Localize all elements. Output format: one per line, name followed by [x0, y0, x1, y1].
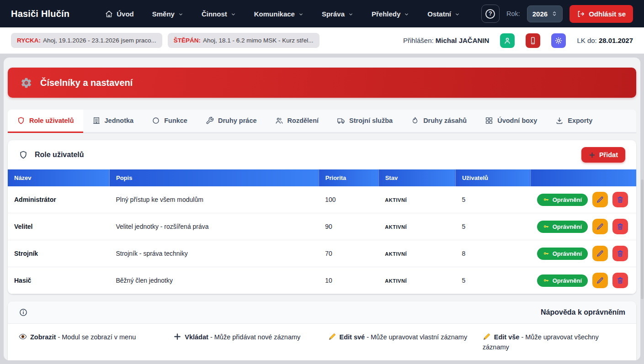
edit-role-button[interactable] [592, 219, 608, 234]
nav-item-ostatni[interactable]: Ostatní [427, 10, 460, 18]
nav-item-prehledy[interactable]: Přehledy [372, 10, 409, 18]
delete-role-button[interactable] [612, 219, 628, 234]
permissions-button[interactable]: Oprávnění [537, 248, 588, 260]
message-author: ŠTĚPÁN: [174, 37, 201, 44]
nav-item-smeny[interactable]: Směny [152, 10, 183, 18]
key-icon [543, 277, 549, 284]
message-text: Ahoj, 19.1.2026 - 23.1.2026 jsem praco..… [43, 37, 156, 44]
edit-role-button[interactable] [592, 273, 608, 288]
download-icon [555, 116, 564, 125]
table-row: Strojník Strojník - správa techniky 70 A… [8, 240, 636, 267]
nav-item-cinnost[interactable]: Činnost [202, 10, 236, 18]
nav-label: Přehledy [372, 10, 400, 18]
roles-table: Název Popis Priorita Stav Uživatelů Admi… [8, 169, 636, 294]
shield-icon [17, 116, 25, 125]
year-select[interactable]: 2026 [527, 5, 563, 22]
edit-role-button[interactable] [592, 192, 608, 207]
help-term: Zobrazit [30, 333, 56, 341]
tab-strojni-sluzba[interactable]: Strojní služba [328, 110, 402, 133]
pencil-icon [596, 249, 604, 258]
role-user-count: 5 [455, 213, 530, 240]
help-button[interactable]: ? [481, 5, 500, 23]
status-badge: AKTIVNÍ [385, 197, 407, 203]
table-row: Velitel Velitel jednotky - rozšířená prá… [8, 213, 636, 240]
user-name: Michal JAČANIN [436, 37, 490, 44]
help-desc: - Může upravovat vlastní záznamy [367, 333, 467, 341]
table-row: Administrátor Plný přístup ke všem modul… [8, 186, 636, 213]
row-actions: Oprávnění [537, 246, 628, 261]
logout-label: Odhlásit se [589, 10, 626, 18]
logged-in-label: Přihlášen: [403, 37, 434, 44]
pencil-icon [483, 332, 491, 341]
message-pill[interactable]: RYCKA: Ahoj, 19.1.2026 - 23.1.2026 jsem … [11, 33, 162, 48]
permissions-button[interactable]: Oprávnění [537, 194, 588, 206]
nav-item-sprava[interactable]: Správa [322, 10, 353, 18]
tab-label: Exporty [568, 117, 592, 124]
status-badge: AKTIVNÍ [385, 278, 407, 284]
tab-role-uzivatelu[interactable]: Role uživatelů [8, 110, 83, 133]
role-description: Velitel jednotky - rozšířená práva [109, 213, 319, 240]
row-actions: Oprávnění [537, 273, 628, 288]
permissions-label: Oprávnění [553, 196, 582, 203]
nav-item-komunikace[interactable]: Komunikace [254, 10, 303, 18]
permissions-label: Oprávnění [553, 223, 582, 230]
roles-card-title: Role uživatelů [35, 151, 84, 159]
role-user-count: 8 [455, 240, 530, 267]
logout-icon [577, 10, 585, 18]
year-label: Rok: [506, 10, 520, 17]
role-name: Strojník [8, 240, 109, 267]
role-priority: 10 [319, 267, 378, 294]
license-label: LK do: [577, 37, 596, 44]
help-item-zobrazit: Zobrazit - Modul se zobrazí v menu [19, 332, 161, 353]
tab-label: Strojní služba [349, 117, 393, 124]
tab-exporty[interactable]: Exporty [546, 110, 601, 133]
help-term: Edit vše [494, 333, 520, 341]
pencil-icon [596, 222, 604, 231]
delete-role-button[interactable] [612, 246, 628, 261]
add-role-button[interactable]: Přidat [581, 147, 625, 163]
edit-role-button[interactable] [592, 246, 608, 261]
nav-label: Komunikace [254, 10, 295, 18]
chevron-down-icon [348, 12, 353, 17]
tab-label: Druhy zásahů [423, 117, 467, 124]
role-name: Hasič [8, 267, 109, 294]
logout-button[interactable]: Odhlásit se [569, 5, 633, 23]
truck-icon [337, 116, 345, 125]
role-user-count: 5 [455, 267, 530, 294]
message-pill[interactable]: ŠTĚPÁN: Ahoj, 18.1 - 6.2 mimo MSK - Kurz… [168, 33, 319, 48]
tab-jednotka[interactable]: Jednotka [83, 110, 143, 133]
permissions-button[interactable]: Oprávnění [537, 221, 588, 233]
roles-card: Role uživatelů Přidat Název Popis Priori… [8, 140, 636, 294]
delete-role-button[interactable] [612, 273, 628, 288]
role-description: Plný přístup ke všem modulům [109, 186, 319, 213]
mobile-button[interactable] [526, 33, 540, 48]
app-brand: Hasiči Hlučín [11, 9, 69, 19]
help-card-header: Nápověda k oprávněním [8, 301, 636, 324]
table-row: Hasič Běžný člen jednotky 10 AKTIVNÍ 5 O… [8, 267, 636, 294]
nav-label: Úvod [117, 10, 134, 18]
users-icon [275, 116, 283, 125]
tab-rozdeleni[interactable]: Rozdělení [266, 110, 328, 133]
grid-icon [485, 116, 493, 125]
tab-uvodni-boxy[interactable]: Úvodní boxy [476, 110, 546, 133]
tab-label: Rozdělení [287, 117, 319, 124]
tab-label: Jednotka [105, 117, 134, 124]
help-items-grid: Zobrazit - Modul se zobrazí v menu Vklád… [8, 324, 636, 360]
delete-role-button[interactable] [612, 192, 628, 207]
plus-icon [589, 152, 596, 158]
main-nav: Úvod Směny Činnost Komunikace Správa Pře… [105, 10, 460, 18]
home-icon [105, 10, 113, 18]
tab-druhy-zasahu[interactable]: Druhy zásahů [402, 110, 476, 133]
tab-druhy-prace[interactable]: Druhy práce [197, 110, 266, 133]
topbar-right-section: ? Rok: 2026 Odhlásit se [481, 5, 633, 23]
nav-label: Správa [322, 10, 345, 18]
profile-button[interactable] [500, 33, 515, 48]
permissions-button[interactable]: Oprávnění [537, 274, 588, 287]
role-status: AKTIVNÍ [378, 240, 455, 267]
nav-item-uvod[interactable]: Úvod [105, 10, 134, 18]
roles-table-header-row: Název Popis Priorita Stav Uživatelů [8, 169, 636, 186]
theme-button[interactable] [551, 33, 566, 48]
tab-funkce[interactable]: Funkce [143, 110, 197, 133]
trash-icon [616, 195, 624, 204]
scrollbar-thumb[interactable] [641, 179, 644, 299]
